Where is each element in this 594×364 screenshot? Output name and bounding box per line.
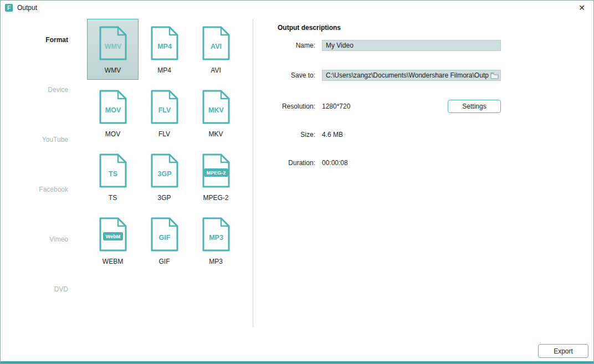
save-to-label: Save to:	[244, 71, 315, 79]
svg-text:3GP: 3GP	[157, 170, 171, 178]
svg-text:FLV: FLV	[158, 106, 171, 114]
format-tile-mov[interactable]: MOVMOV	[87, 83, 139, 143]
format-tile-label: 3GP	[157, 194, 171, 202]
size-value: 4.6 MB	[322, 131, 343, 139]
svg-text:MP3: MP3	[209, 234, 223, 242]
sidebar: FormatDeviceYouTubeFacebookVimeoDVD	[1, 33, 68, 332]
format-tile-label: WMV	[105, 66, 121, 74]
format-tile-label: WEBM	[103, 258, 123, 265]
format-tile-label: MPEG-2	[203, 194, 228, 202]
svg-text:GIF: GIF	[158, 234, 170, 242]
flv-file-icon: FLV	[149, 90, 180, 124]
gif-file-icon: GIF	[149, 217, 180, 252]
sidebar-item-dvd[interactable]: DVD	[1, 282, 68, 332]
svg-text:AVI: AVI	[211, 43, 222, 50]
format-tile-label: FLV	[158, 130, 170, 138]
svg-text:MOV: MOV	[105, 106, 121, 114]
filmora-app-icon: F	[5, 4, 13, 12]
format-tile-label: MP3	[209, 258, 223, 265]
ts-file-icon: TS	[98, 153, 129, 188]
window-title: Output	[17, 4, 37, 12]
close-icon[interactable]: ✕	[570, 1, 593, 15]
format-tile-gif[interactable]: GIFGIF	[139, 210, 190, 271]
accent-bottom-strip	[1, 361, 593, 363]
sidebar-item-device[interactable]: Device	[1, 83, 68, 132]
format-tile-label: MOV	[105, 130, 120, 138]
mp4-file-icon: MP4	[149, 26, 180, 60]
svg-text:MP4: MP4	[157, 43, 172, 50]
format-tile-3gp[interactable]: 3GP3GP	[139, 146, 190, 207]
format-tile-flv[interactable]: FLVFLV	[139, 83, 190, 143]
mp3-file-icon: MP3	[201, 217, 232, 252]
format-tile-label: TS	[109, 194, 117, 202]
name-input[interactable]	[322, 40, 501, 51]
export-button[interactable]: Export	[538, 344, 588, 358]
title-bar: F Output ✕	[1, 1, 593, 15]
format-tile-ts[interactable]: TSTS	[87, 146, 139, 207]
name-label: Name:	[244, 42, 315, 49]
svg-text:WebM: WebM	[105, 234, 120, 239]
format-tile-mpeg-2[interactable]: MPEG-2MPEG-2	[190, 146, 242, 207]
sidebar-item-youtube[interactable]: YouTube	[1, 132, 68, 182]
format-tile-label: GIF	[159, 258, 170, 265]
output-descriptions-heading: Output descriptions	[278, 24, 341, 32]
settings-button[interactable]: Settings	[448, 100, 501, 113]
sidebar-item-facebook[interactable]: Facebook	[1, 182, 68, 232]
svg-text:MPEG-2: MPEG-2	[206, 170, 226, 176]
resolution-label: Resolution:	[244, 102, 315, 110]
size-label: Size:	[244, 131, 315, 139]
avi-file-icon: AVI	[201, 26, 232, 60]
duration-label: Duration:	[244, 159, 315, 167]
format-tile-label: AVI	[211, 66, 221, 74]
mpeg-2-file-icon: MPEG-2	[201, 153, 232, 188]
format-tile-webm[interactable]: WebMWEBM	[87, 210, 139, 271]
format-tile-avi[interactable]: AVIAVI	[190, 19, 242, 80]
mov-file-icon: MOV	[98, 90, 129, 124]
folder-browse-icon[interactable]	[490, 72, 499, 81]
output-dialog: F Output ✕ FormatDeviceYouTubeFacebookVi…	[0, 0, 594, 364]
format-tile-label: MKV	[208, 130, 223, 138]
svg-text:TS: TS	[109, 170, 117, 178]
format-tile-mp4[interactable]: MP4MP4	[139, 19, 190, 80]
format-tile-wmv[interactable]: WMVWMV	[87, 19, 139, 80]
svg-text:WMV: WMV	[104, 43, 121, 50]
format-grid: WMVWMVMP4MP4AVIAVIMOVMOVFLVFLVMKVMKVTSTS…	[87, 19, 242, 274]
save-path-text: C:\Users\zangz\Documents\Wondershare Fil…	[326, 71, 489, 79]
save-path-field[interactable]: C:\Users\zangz\Documents\Wondershare Fil…	[322, 70, 501, 81]
wmv-file-icon: WMV	[98, 26, 129, 60]
vertical-divider	[253, 19, 253, 327]
format-tile-mp3[interactable]: MP3MP3	[190, 210, 242, 271]
sidebar-item-format[interactable]: Format	[1, 33, 68, 83]
resolution-value: 1280*720	[322, 102, 350, 110]
duration-value: 00:00:08	[322, 159, 348, 167]
format-tile-label: MP4	[157, 66, 171, 74]
svg-text:MKV: MKV	[208, 106, 224, 114]
sidebar-item-vimeo[interactable]: Vimeo	[1, 232, 68, 282]
format-tile-mkv[interactable]: MKVMKV	[190, 83, 242, 143]
3gp-file-icon: 3GP	[149, 153, 180, 188]
mkv-file-icon: MKV	[201, 90, 232, 124]
webm-file-icon: WebM	[98, 217, 129, 252]
